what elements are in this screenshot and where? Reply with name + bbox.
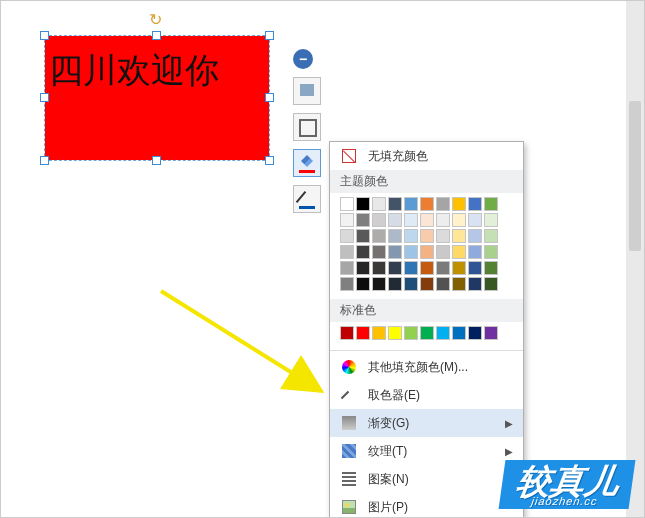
color-swatch[interactable]: [356, 229, 370, 243]
color-swatch[interactable]: [468, 326, 482, 340]
color-swatch[interactable]: [388, 245, 402, 259]
color-swatch[interactable]: [468, 229, 482, 243]
color-swatch[interactable]: [436, 277, 450, 291]
resize-handle-mr[interactable]: [265, 93, 274, 102]
color-swatch[interactable]: [404, 229, 418, 243]
eyedropper-option[interactable]: 取色器(E): [330, 381, 523, 409]
color-swatch[interactable]: [356, 326, 370, 340]
resize-handle-tl[interactable]: [40, 31, 49, 40]
color-swatch[interactable]: [420, 197, 434, 211]
color-swatch[interactable]: [372, 229, 386, 243]
color-swatch[interactable]: [356, 261, 370, 275]
color-swatch[interactable]: [452, 213, 466, 227]
color-wheel-icon: [340, 358, 358, 376]
color-swatch[interactable]: [340, 229, 354, 243]
more-colors-option[interactable]: 其他填充颜色(M)...: [330, 353, 523, 381]
color-swatch[interactable]: [340, 277, 354, 291]
color-swatch[interactable]: [436, 326, 450, 340]
color-swatch[interactable]: [340, 326, 354, 340]
resize-handle-bm[interactable]: [152, 156, 161, 165]
color-swatch[interactable]: [468, 197, 482, 211]
shape-text[interactable]: 四川欢迎你: [45, 36, 269, 160]
texture-option[interactable]: 纹理(T) ▶: [330, 437, 523, 465]
color-swatch[interactable]: [436, 261, 450, 275]
color-swatch[interactable]: [484, 261, 498, 275]
selected-shape[interactable]: ↻ 四川欢迎你: [45, 36, 269, 160]
collapse-toolbar-button[interactable]: −: [293, 49, 313, 69]
fill-color-indicator: [299, 170, 315, 173]
color-swatch[interactable]: [404, 197, 418, 211]
shape-outline-button[interactable]: [293, 113, 321, 141]
color-swatch[interactable]: [388, 213, 402, 227]
color-swatch[interactable]: [356, 277, 370, 291]
scrollbar-thumb[interactable]: [629, 101, 641, 251]
color-swatch[interactable]: [404, 245, 418, 259]
color-swatch[interactable]: [340, 245, 354, 259]
color-swatch[interactable]: [420, 245, 434, 259]
rotate-handle-icon[interactable]: ↻: [149, 12, 165, 28]
color-swatch[interactable]: [452, 245, 466, 259]
color-swatch[interactable]: [452, 326, 466, 340]
color-swatch[interactable]: [484, 245, 498, 259]
color-swatch[interactable]: [388, 261, 402, 275]
shape-fill-button[interactable]: [293, 149, 321, 177]
color-swatch[interactable]: [404, 277, 418, 291]
color-swatch[interactable]: [404, 261, 418, 275]
color-swatch[interactable]: [340, 261, 354, 275]
color-swatch[interactable]: [436, 245, 450, 259]
color-swatch[interactable]: [468, 213, 482, 227]
color-swatch[interactable]: [372, 213, 386, 227]
color-swatch[interactable]: [436, 197, 450, 211]
color-swatch[interactable]: [420, 261, 434, 275]
color-swatch[interactable]: [420, 213, 434, 227]
color-swatch[interactable]: [340, 213, 354, 227]
color-swatch[interactable]: [372, 245, 386, 259]
color-swatch[interactable]: [372, 277, 386, 291]
color-swatch[interactable]: [356, 213, 370, 227]
color-swatch[interactable]: [484, 326, 498, 340]
color-swatch[interactable]: [452, 261, 466, 275]
resize-handle-br[interactable]: [265, 156, 274, 165]
color-swatch[interactable]: [484, 197, 498, 211]
color-swatch[interactable]: [468, 245, 482, 259]
resize-handle-tm[interactable]: [152, 31, 161, 40]
pattern-option[interactable]: 图案(N): [330, 465, 523, 493]
color-swatch[interactable]: [388, 197, 402, 211]
color-swatch[interactable]: [484, 229, 498, 243]
color-swatch[interactable]: [452, 197, 466, 211]
color-swatch[interactable]: [388, 326, 402, 340]
color-swatch[interactable]: [452, 277, 466, 291]
color-swatch[interactable]: [340, 197, 354, 211]
gradient-option[interactable]: 渐变(G) ▶: [330, 409, 523, 437]
color-swatch[interactable]: [404, 213, 418, 227]
no-fill-option[interactable]: 无填充颜色: [330, 142, 523, 170]
line-color-button[interactable]: [293, 185, 321, 213]
color-swatch[interactable]: [420, 277, 434, 291]
color-swatch[interactable]: [484, 213, 498, 227]
color-swatch[interactable]: [388, 277, 402, 291]
color-swatch[interactable]: [372, 261, 386, 275]
color-swatch[interactable]: [356, 245, 370, 259]
insert-image-button[interactable]: [293, 77, 321, 105]
color-swatch[interactable]: [388, 229, 402, 243]
resize-handle-bl[interactable]: [40, 156, 49, 165]
fill-color-popup: 无填充颜色 主题颜色 标准色 其他填充颜色(M)... 取色器(E) 渐变(G)…: [329, 141, 524, 518]
color-swatch[interactable]: [356, 197, 370, 211]
vertical-scrollbar[interactable]: [626, 1, 644, 517]
resize-handle-tr[interactable]: [265, 31, 274, 40]
divider: [330, 350, 523, 351]
color-swatch[interactable]: [420, 326, 434, 340]
resize-handle-ml[interactable]: [40, 93, 49, 102]
color-swatch[interactable]: [404, 326, 418, 340]
color-swatch[interactable]: [372, 197, 386, 211]
color-swatch[interactable]: [484, 277, 498, 291]
gradient-icon: [340, 414, 358, 432]
color-swatch[interactable]: [468, 277, 482, 291]
color-swatch[interactable]: [436, 213, 450, 227]
color-swatch[interactable]: [452, 229, 466, 243]
color-swatch[interactable]: [436, 229, 450, 243]
color-swatch[interactable]: [468, 261, 482, 275]
picture-option[interactable]: 图片(P): [330, 493, 523, 518]
color-swatch[interactable]: [372, 326, 386, 340]
color-swatch[interactable]: [420, 229, 434, 243]
